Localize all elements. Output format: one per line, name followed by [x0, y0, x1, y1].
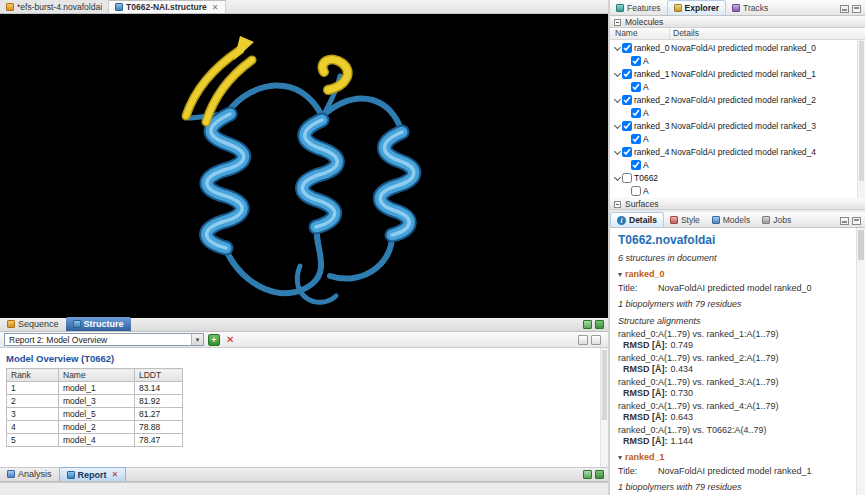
tab-label: Explorer — [685, 3, 720, 13]
chain-visibility-checkbox[interactable] — [631, 160, 641, 170]
section-toggle-icon[interactable] — [614, 19, 621, 26]
section-toggle-icon[interactable] — [614, 201, 621, 208]
chain-visibility-checkbox[interactable] — [631, 108, 641, 118]
molecule-visibility-checkbox[interactable] — [622, 173, 632, 183]
chain-row[interactable]: A — [610, 158, 865, 171]
tab-report[interactable]: Report ✕ — [59, 467, 127, 481]
chain-visibility-checkbox[interactable] — [631, 82, 641, 92]
section-collapse-icon[interactable]: ▾ — [618, 453, 622, 462]
report-scrollbar[interactable] — [600, 348, 608, 467]
title-row: Title: NovaFoldAI predicted model ranked… — [618, 466, 851, 476]
document-tabbar: *efs-burst-4.novafoldai T0662-NAI.struct… — [0, 0, 608, 14]
add-report-button[interactable]: + — [208, 334, 220, 346]
molecule-name: ranked_0 — [634, 43, 669, 53]
title-row: Title: NovaFoldAI predicted model ranked… — [618, 283, 851, 293]
chain-visibility-checkbox[interactable] — [631, 56, 641, 66]
maximize-icon[interactable] — [852, 217, 861, 225]
maximize-icon[interactable] — [595, 470, 604, 479]
close-tab-icon[interactable]: ✕ — [212, 3, 219, 12]
molecules-tree: ranked_0 NovaFoldAI predicted model rank… — [610, 40, 865, 198]
molecules-scrollbar[interactable] — [857, 40, 865, 198]
molecule-visibility-checkbox[interactable] — [622, 147, 632, 157]
chain-name: A — [643, 186, 649, 196]
maximize-icon[interactable] — [595, 320, 604, 329]
close-report-button[interactable]: ✕ — [224, 334, 236, 345]
tab-explorer[interactable]: Explorer — [667, 0, 727, 15]
expand-caret-icon[interactable] — [613, 70, 621, 78]
surfaces-section-header[interactable]: Surfaces — [610, 198, 865, 210]
molecule-row[interactable]: ranked_2 NovaFoldAI predicted model rank… — [610, 93, 865, 106]
molecule-visibility-checkbox[interactable] — [622, 43, 632, 53]
rmsd-value: 0.434 — [671, 364, 694, 374]
scrollbar-thumb[interactable] — [859, 41, 864, 181]
tab-jobs[interactable]: Jobs — [756, 212, 797, 227]
close-report-tab-icon[interactable]: ✕ — [112, 470, 119, 479]
section-ranked-1[interactable]: ▾ ranked_1 — [618, 452, 851, 462]
tab-tracks[interactable]: Tracks — [726, 0, 774, 15]
molecule-row[interactable]: ranked_0 NovaFoldAI predicted model rank… — [610, 41, 865, 54]
copy-report-icon[interactable] — [578, 335, 588, 345]
doc-tab-novafoldai[interactable]: *efs-burst-4.novafoldai — [0, 0, 109, 13]
maximize-icon[interactable] — [852, 5, 861, 13]
molecule-visibility-checkbox[interactable] — [622, 69, 632, 79]
minimize-icon[interactable] — [583, 320, 592, 329]
molecule-row[interactable]: ranked_3 NovaFoldAI predicted model rank… — [610, 119, 865, 132]
section-collapse-icon[interactable]: ▾ — [618, 270, 622, 279]
table-row[interactable]: 3 model_5 81.27 — [7, 408, 183, 421]
molecule-name: ranked_3 — [634, 121, 669, 131]
alignments-header: Structure alignments — [618, 316, 851, 326]
molecule-row[interactable]: ranked_4 NovaFoldAI predicted model rank… — [610, 145, 865, 158]
molecule-row[interactable]: T0662 — [610, 171, 865, 184]
protein-ribbon-svg[interactable] — [0, 14, 608, 318]
scrollbar-thumb[interactable] — [602, 350, 607, 420]
table-row[interactable]: 4 model_2 78.88 — [7, 421, 183, 434]
dropdown-arrow-icon[interactable]: ▾ — [191, 334, 203, 345]
table-row[interactable]: 1 model_1 83.14 — [7, 382, 183, 395]
chain-row[interactable]: A — [610, 184, 865, 197]
scrollbar-thumb[interactable] — [858, 230, 864, 260]
biopolymers-line: 1 biopolymers with 79 residues — [618, 482, 851, 492]
table-header-cell[interactable]: Rank — [7, 369, 59, 382]
minimize-icon[interactable] — [840, 217, 849, 225]
molecules-section-header[interactable]: Molecules — [610, 16, 865, 28]
structure-3d-viewer[interactable] — [0, 14, 608, 318]
tab-models[interactable]: Models — [706, 212, 756, 227]
tab-style[interactable]: Style — [664, 212, 706, 227]
rmsd-label: RMSD [Å]: — [623, 340, 668, 350]
chain-visibility-checkbox[interactable] — [631, 134, 641, 144]
export-report-icon[interactable] — [591, 335, 601, 345]
tab-details[interactable]: i Details — [610, 212, 664, 227]
minimize-icon[interactable] — [840, 5, 849, 13]
minimize-icon[interactable] — [583, 470, 592, 479]
tab-analysis[interactable]: Analysis — [0, 467, 59, 481]
expand-caret-icon[interactable] — [613, 44, 621, 52]
expand-caret-icon[interactable] — [613, 148, 621, 156]
chain-row[interactable]: A — [610, 54, 865, 67]
table-row[interactable]: 2 model_3 81.92 — [7, 395, 183, 408]
report-selector[interactable]: Report 2: Model Overview ▾ — [4, 333, 204, 346]
report-toolbar-right — [578, 335, 604, 345]
table-header-cell[interactable]: Name — [59, 369, 135, 382]
document-title: T0662.novafoldai — [618, 233, 851, 247]
table-header-cell[interactable]: LDDT — [135, 369, 183, 382]
table-row[interactable]: 5 model_4 78.47 — [7, 434, 183, 447]
chain-visibility-checkbox[interactable] — [631, 186, 641, 196]
expand-caret-icon[interactable] — [613, 122, 621, 130]
molecule-row[interactable]: ranked_1 NovaFoldAI predicted model rank… — [610, 67, 865, 80]
tab-features[interactable]: Features — [610, 0, 667, 15]
chain-row[interactable]: A — [610, 80, 865, 93]
expand-caret-icon[interactable] — [613, 174, 621, 182]
chain-row[interactable]: A — [610, 106, 865, 119]
molecule-visibility-checkbox[interactable] — [622, 95, 632, 105]
doc-tab-structure[interactable]: T0662-NAI.structure ✕ — [109, 0, 225, 13]
tab-sequence[interactable]: Sequence — [0, 317, 66, 331]
details-column-header[interactable]: Details — [670, 28, 865, 39]
molecule-visibility-checkbox[interactable] — [622, 121, 632, 131]
table-cell: model_5 — [59, 408, 135, 421]
chain-row[interactable]: A — [610, 132, 865, 145]
details-scrollbar[interactable] — [856, 228, 865, 495]
name-column-header[interactable]: Name — [610, 28, 670, 39]
tab-structure[interactable]: Structure — [66, 317, 131, 331]
expand-caret-icon[interactable] — [613, 96, 621, 104]
section-ranked-0[interactable]: ▾ ranked_0 — [618, 269, 851, 279]
